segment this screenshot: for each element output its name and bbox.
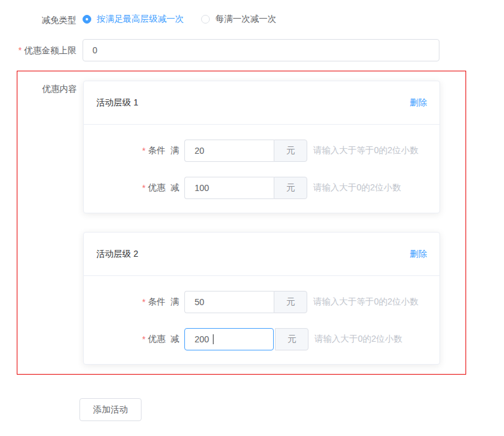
- unit-yuan: 元: [275, 328, 308, 350]
- required-asterisk: *: [142, 183, 145, 193]
- reduction-type-label: 减免类型: [0, 14, 83, 25]
- radio-highest-tier-once[interactable]: 按满足最高层级减一次: [83, 14, 184, 25]
- add-activity-button[interactable]: 添加活动: [79, 398, 142, 421]
- discount-cap-label: *优惠金额上限: [0, 45, 83, 56]
- tier-1-discount-input[interactable]: [184, 177, 274, 199]
- radio-every-time[interactable]: 每满一次减一次: [201, 14, 276, 25]
- tier-card-2-header: 活动层级 2 删除: [84, 233, 439, 276]
- tier-2-discount-input-focused[interactable]: [184, 328, 274, 350]
- discount-cap-row: *优惠金额上限: [0, 39, 504, 61]
- discount-label: 优惠: [148, 334, 165, 345]
- unit-yuan: 元: [274, 140, 307, 162]
- condition-hint: 请输入大于等于0的2位小数: [313, 296, 418, 308]
- discount-hint: 请输入大于0的2位小数: [314, 334, 402, 345]
- discount-prefix: 减: [170, 334, 179, 345]
- discount-hint: 请输入大于0的2位小数: [313, 182, 401, 194]
- radio-every-time-label: 每满一次减一次: [215, 14, 276, 25]
- tier-card-1-title: 活动层级 1: [96, 97, 138, 109]
- tier-2-condition-input-group: 元: [184, 291, 307, 313]
- tier-card-1-header: 活动层级 1 删除: [84, 81, 439, 125]
- radio-selected-icon: [83, 15, 91, 24]
- required-asterisk: *: [142, 297, 145, 307]
- tier-1-condition-input-group: 元: [184, 140, 307, 162]
- unit-yuan: 元: [274, 291, 307, 313]
- text-caret: [213, 334, 214, 344]
- condition-prefix: 满: [170, 296, 179, 308]
- condition-label: 条件: [148, 296, 165, 308]
- tier-2-condition-row: * 条件 满 元 请输入大于等于0的2位小数: [96, 291, 427, 313]
- tier-cards: 活动层级 1 删除 * 条件 满 元 请输入大于等于0的2位小数 * 优惠: [83, 81, 440, 365]
- tier-card-1-delete-button[interactable]: 删除: [410, 97, 427, 109]
- tier-card-2-title: 活动层级 2: [96, 249, 138, 260]
- tier-card-1-body: * 条件 满 元 请输入大于等于0的2位小数 * 优惠 减 元: [84, 125, 439, 213]
- tier-card-2: 活动层级 2 删除 * 条件 满 元 请输入大于等于0的2位小数 * 优惠: [83, 232, 440, 365]
- tier-card-2-delete-button[interactable]: 删除: [410, 249, 427, 260]
- required-asterisk: *: [142, 146, 145, 156]
- condition-prefix: 满: [170, 145, 179, 156]
- tier-2-discount-row: * 优惠 减 元 请输入大于0的2位小数: [96, 328, 427, 350]
- tier-1-condition-input[interactable]: [184, 140, 274, 162]
- radio-unselected-icon: [201, 15, 210, 24]
- radio-highest-tier-once-label: 按满足最高层级减一次: [97, 14, 184, 25]
- discount-content-label: 优惠内容: [17, 81, 83, 365]
- reduction-type-radio-group: 按满足最高层级减一次 每满一次减一次: [83, 14, 291, 25]
- tier-2-condition-input[interactable]: [184, 291, 274, 313]
- reduction-type-row: 减免类型 按满足最高层级减一次 每满一次减一次: [0, 14, 504, 25]
- tier-card-1: 活动层级 1 删除 * 条件 满 元 请输入大于等于0的2位小数 * 优惠: [83, 81, 440, 213]
- condition-hint: 请输入大于等于0的2位小数: [313, 145, 418, 156]
- unit-yuan: 元: [274, 177, 307, 199]
- condition-label: 条件: [148, 145, 165, 156]
- discount-content-section: 优惠内容 活动层级 1 删除 * 条件 满 元 请输入大于等于0的2位小数: [17, 71, 466, 375]
- discount-prefix: 减: [170, 182, 179, 194]
- discount-label: 优惠: [148, 182, 165, 194]
- tier-card-2-body: * 条件 满 元 请输入大于等于0的2位小数 * 优惠 减: [84, 276, 439, 364]
- tier-1-condition-row: * 条件 满 元 请输入大于等于0的2位小数: [96, 140, 427, 162]
- required-asterisk: *: [19, 45, 22, 55]
- tier-1-discount-row: * 优惠 减 元 请输入大于0的2位小数: [96, 177, 427, 199]
- tier-2-discount-input-group: 元: [184, 328, 308, 350]
- discount-cap-input[interactable]: [83, 39, 439, 61]
- required-asterisk: *: [142, 334, 145, 344]
- tier-1-discount-input-group: 元: [184, 177, 307, 199]
